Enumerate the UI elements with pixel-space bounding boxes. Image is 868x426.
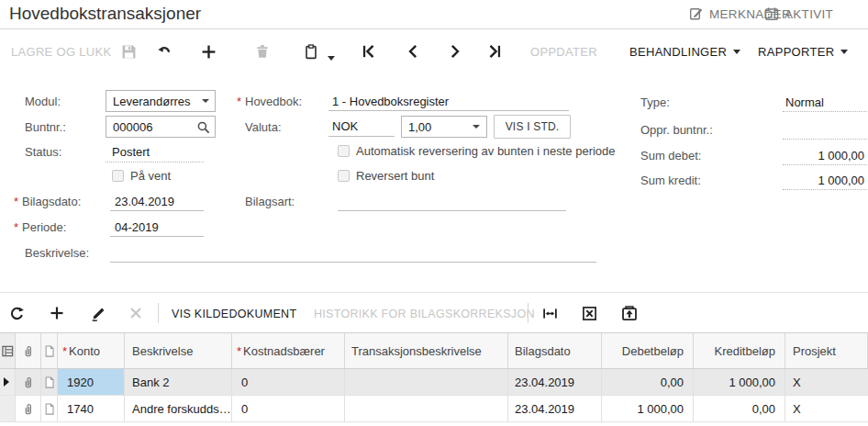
valuta-rate-value: 1,00 xyxy=(408,120,470,134)
modul-value: Leverandørres xyxy=(113,95,198,108)
cell-kostnadsbaerer[interactable]: 0 xyxy=(232,396,345,421)
refresh-icon[interactable] xyxy=(7,304,26,322)
cell-kostnadsbaerer[interactable]: 0 xyxy=(232,369,345,395)
cell-prosjekt[interactable]: X xyxy=(785,396,868,421)
cell-transaksjonsbeskrivelse[interactable] xyxy=(345,396,508,421)
column-header-beskrivelse[interactable]: Beskrivelse xyxy=(125,333,232,368)
oppr-buntnr-label: Oppr. buntnr.: xyxy=(640,123,713,137)
type-label: Type: xyxy=(640,95,670,109)
cell-kreditbelop[interactable]: 1 000,00 xyxy=(694,369,785,395)
valuta-rate-dropdown[interactable]: 1,00 xyxy=(401,116,487,138)
oppr-buntnr-value xyxy=(783,123,867,140)
reversert-bunt-label: Reversert bunt xyxy=(356,169,434,183)
row-indicator xyxy=(0,396,16,421)
chevron-down-icon xyxy=(840,50,848,54)
column-header-label: Beskrivelse xyxy=(132,344,193,358)
cell-beskrivelse[interactable]: Andre forskudds… xyxy=(125,396,232,421)
search-icon[interactable] xyxy=(196,120,211,135)
next-record-icon[interactable] xyxy=(447,43,463,60)
cell-bilagsdato[interactable]: 23.04.2019 xyxy=(508,396,602,421)
reports-menu-button[interactable]: RAPPORTER xyxy=(758,45,848,59)
bilagsdato-input[interactable]: 23.04.2019 xyxy=(110,195,204,211)
auto-reverse-label: Automatisk reversering av bunten i neste… xyxy=(356,144,616,158)
column-header-prosjekt[interactable]: Prosjekt xyxy=(785,333,868,368)
required-marker: * xyxy=(237,95,241,108)
cell-bilagsdato[interactable]: 23.04.2019 xyxy=(508,369,602,395)
undo-icon[interactable] xyxy=(156,43,172,60)
column-header-transaksjonsbeskrivelse[interactable]: Transaksjonsbeskrivelse xyxy=(345,333,508,368)
buntnr-label: Buntnr.: xyxy=(25,120,66,134)
correction-history-button[interactable]: HISTORIKK FOR BILAGSKORREKSJON xyxy=(314,308,535,320)
reversert-bunt-checkbox[interactable] xyxy=(338,170,350,182)
cell-prosjekt[interactable]: X xyxy=(785,369,868,395)
valuta-label: Valuta: xyxy=(245,120,282,134)
add-icon[interactable] xyxy=(200,43,217,60)
update-button[interactable]: OPPDATER xyxy=(530,45,597,59)
vis-i-std-button[interactable]: VIS I STD. xyxy=(494,115,571,139)
grid-header-row: *Konto Beskrivelse *Kostnadsbærer Transa… xyxy=(0,333,868,369)
periode-input[interactable]: 04-2019 xyxy=(110,220,204,237)
first-record-icon[interactable] xyxy=(361,43,377,60)
cell-beskrivelse[interactable]: Bank 2 xyxy=(125,369,232,395)
modul-dropdown[interactable]: Leverandørres xyxy=(106,90,216,112)
excel-export-icon[interactable] xyxy=(580,304,598,322)
reports-menu-label: RAPPORTER xyxy=(758,45,834,59)
cell-transaksjonsbeskrivelse[interactable] xyxy=(345,369,508,395)
beskrivelse-input[interactable] xyxy=(110,246,596,263)
sum-kredit-label: Sum kredit: xyxy=(640,174,701,187)
column-header-konto[interactable]: *Konto xyxy=(58,333,125,368)
sum-debet-value: 1 000,00 xyxy=(783,149,867,165)
column-header-label: Kostnadsbærer xyxy=(243,344,325,358)
activities-label: AKTIVIT xyxy=(785,7,833,21)
clipboard-icon[interactable] xyxy=(303,43,319,60)
save-icon[interactable] xyxy=(120,43,137,60)
activities-button[interactable]: AKTIVIT xyxy=(764,6,868,21)
cell-debetbelop[interactable]: 0,00 xyxy=(602,369,694,395)
cell-debetbelop[interactable]: 1 000,00 xyxy=(602,396,694,421)
view-source-document-button[interactable]: VIS KILDEDOKUMENT xyxy=(172,308,296,320)
gl-transactions-screen: Hovedbokstransaksjoner MERKNADER xyxy=(0,0,868,426)
column-header-kostnadsbaerer[interactable]: *Kostnadsbærer xyxy=(232,333,345,368)
clipboard-menu-caret-icon[interactable] xyxy=(323,50,339,66)
cancel-x-icon[interactable] xyxy=(127,304,145,322)
main-toolbar: LAGRE OG LUKK xyxy=(0,30,868,76)
paperclip-icon[interactable] xyxy=(16,396,41,421)
chevron-down-icon xyxy=(733,50,740,54)
document-icon[interactable] xyxy=(41,396,58,421)
last-record-icon[interactable] xyxy=(486,43,503,60)
upload-icon[interactable] xyxy=(620,304,639,322)
add-row-icon[interactable] xyxy=(48,304,66,322)
edit-pencil-icon[interactable] xyxy=(89,304,107,322)
hovedbok-input[interactable]: 1 - Hovedboksregister xyxy=(328,95,569,111)
cell-konto[interactable]: 1920 xyxy=(58,369,125,395)
required-marker: * xyxy=(237,344,241,358)
buntnr-input[interactable]: 000006 xyxy=(106,116,216,138)
pa-vent-checkbox[interactable] xyxy=(112,170,124,182)
auto-reverse-checkbox[interactable] xyxy=(338,145,350,157)
bilagsart-input[interactable] xyxy=(338,195,566,211)
document-icon[interactable] xyxy=(41,369,58,395)
periode-label: Periode: xyxy=(22,220,66,234)
actions-menu-label: BEHANDLINGER xyxy=(629,45,727,59)
grid-settings-icon[interactable] xyxy=(0,333,16,368)
modul-label: Modul: xyxy=(25,95,61,108)
save-and-close-button[interactable]: LAGRE OG LUKK xyxy=(11,45,111,59)
bilagsart-label: Bilagsart: xyxy=(245,195,295,208)
column-header-label: Transaksjonsbeskrivelse xyxy=(351,344,482,358)
fit-width-icon[interactable] xyxy=(540,304,559,322)
column-header-bilagsdato[interactable]: Bilagsdato xyxy=(508,333,602,368)
sum-debet-label: Sum debet: xyxy=(640,149,702,163)
table-row[interactable]: 1740 Andre forskudds… 0 23.04.2019 1 000… xyxy=(0,396,868,422)
column-header-debetbelop[interactable]: Debetbeløp xyxy=(602,333,694,368)
prev-record-icon[interactable] xyxy=(405,43,421,60)
delete-icon[interactable] xyxy=(254,43,271,60)
paperclip-icon[interactable] xyxy=(16,369,41,395)
table-row[interactable]: 1920 Bank 2 0 23.04.2019 0,00 1 000,00 X xyxy=(0,369,868,396)
chevron-down-icon xyxy=(473,125,480,129)
status-label: Status: xyxy=(25,145,61,159)
column-header-kreditbelop[interactable]: Kreditbeløp xyxy=(694,333,785,368)
actions-menu-button[interactable]: BEHANDLINGER xyxy=(629,45,740,59)
valuta-code-input[interactable]: NOK xyxy=(328,119,395,137)
cell-konto[interactable]: 1740 xyxy=(58,396,125,421)
cell-kreditbelop[interactable]: 0,00 xyxy=(694,396,785,421)
